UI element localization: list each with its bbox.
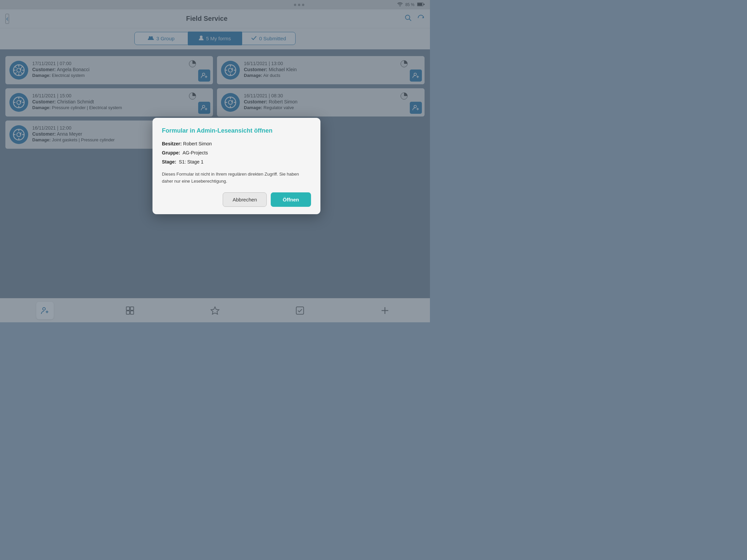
dialog-stage: Stage: S1: Stage 1 [162, 158, 311, 165]
dialog-gruppe: Gruppe: AG-Projects [162, 150, 311, 156]
cancel-button[interactable]: Abbrechen [223, 192, 267, 207]
dialog-buttons: Abbrechen Öffnen [162, 192, 311, 207]
dialog-besitzer: Besitzer: Robert Simon [162, 140, 311, 148]
admin-read-dialog: Formular in Admin-Leseansicht öffnen Bes… [153, 118, 320, 214]
dialog-title: Formular in Admin-Leseansicht öffnen [162, 127, 311, 134]
open-button[interactable]: Öffnen [271, 192, 311, 207]
dialog-description: Dieses Formular ist nicht in Ihrem regul… [162, 171, 311, 185]
